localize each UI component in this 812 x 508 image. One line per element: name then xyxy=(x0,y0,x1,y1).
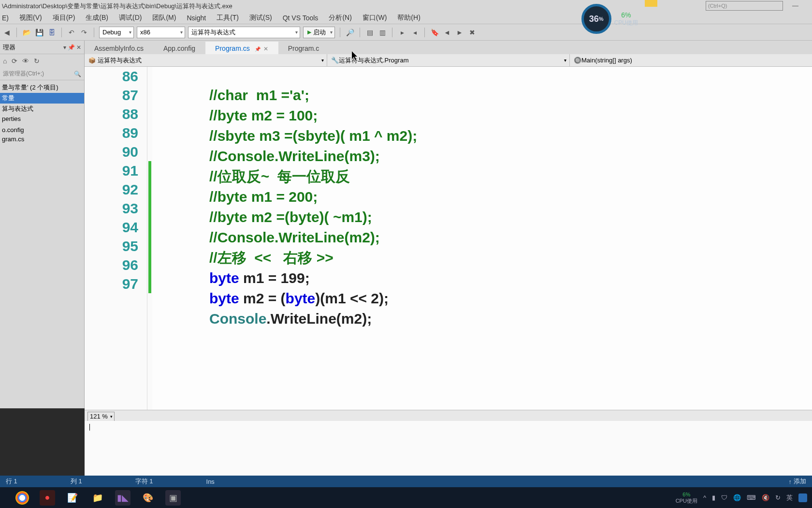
code-line: //char m1 ='a'; xyxy=(209,87,309,103)
code-line: //Console.WriteLine(m3); xyxy=(209,148,380,164)
menu-test[interactable]: 测试(S) xyxy=(249,14,272,22)
save-all-icon[interactable]: 🗄 xyxy=(47,28,57,37)
line-numbers: 868788899091929394959697 xyxy=(85,67,147,410)
tree-project-2[interactable]: 算与表达式 xyxy=(0,104,84,114)
bookmark-clear-icon[interactable]: ✖ xyxy=(467,28,477,37)
menu-analyze[interactable]: 分析(N) xyxy=(329,14,351,22)
bookmark-prev-icon[interactable]: ◄ xyxy=(442,28,452,37)
tray-cpu: 6%CPU使用 xyxy=(676,492,697,503)
tray-app-icon[interactable] xyxy=(798,493,807,502)
menu-help[interactable]: 帮助(H) xyxy=(397,14,420,22)
tray-usb-icon[interactable]: ▮ xyxy=(712,494,715,501)
tray-keyboard-icon[interactable]: ⌨ xyxy=(747,494,756,501)
code-line: //byte m2 = 100; xyxy=(209,107,318,123)
main-toolbar: ◀ 📂 💾 🗄 ↶ ↷ Debug x86 运算符与表达式 启动 🔎 ▤ ▥ ▸… xyxy=(0,24,812,41)
tab-assemblyinfo[interactable]: AssemblyInfo.cs xyxy=(85,43,154,54)
open-icon[interactable]: 📂 xyxy=(22,28,31,37)
menu-project[interactable]: 项目(P) xyxy=(53,14,75,22)
taskbar-recorder-icon[interactable]: ● xyxy=(40,490,55,506)
find-icon[interactable]: 🔎 xyxy=(345,28,355,37)
status-add[interactable]: ↑ 添加 xyxy=(789,477,807,486)
zoom-dropdown[interactable]: 121 % xyxy=(87,412,115,421)
search-icon[interactable]: 🔍 xyxy=(74,71,81,77)
tree-project-1[interactable]: 常量 xyxy=(0,93,84,104)
nav-member-dropdown[interactable]: 🔘Main(string[] args) xyxy=(570,54,812,66)
config-dropdown[interactable]: Debug xyxy=(99,27,134,38)
tab-appconfig[interactable]: App.config xyxy=(154,43,205,54)
bookmark-icon[interactable]: 🔖 xyxy=(430,28,439,37)
class-icon: 🔧 xyxy=(331,57,339,64)
tray-chevron-up-icon[interactable]: ^ xyxy=(703,494,706,501)
refresh-icon[interactable]: ↻ xyxy=(34,57,40,65)
uncomment-icon[interactable]: ▥ xyxy=(377,28,387,37)
startup-project-dropdown[interactable]: 运算符与表达式 xyxy=(188,27,300,38)
tree-appconfig[interactable]: o.config xyxy=(0,125,84,134)
code-area[interactable]: //char m1 ='a'; //byte m2 = 100; //sbyte… xyxy=(152,67,812,410)
redo-icon[interactable]: ↷ xyxy=(79,28,89,37)
menu-window[interactable]: 窗口(W) xyxy=(362,14,387,22)
taskbar-vs-icon[interactable]: ▮◣ xyxy=(115,490,130,506)
bookmark-next-icon[interactable]: ► xyxy=(455,28,464,37)
nav-scope-dropdown[interactable]: 📦运算符与表达式 xyxy=(85,54,327,66)
solution-explorer: 理器 ▾ 📌 ✕ ⌂ ⟳ 👁 ↻ 源管理器(Ctrl+;)🔍 量与常量' (2 … xyxy=(0,41,85,408)
tree-solution-root[interactable]: 量与常量' (2 个项目) xyxy=(0,82,84,93)
notification-button[interactable] xyxy=(645,0,657,7)
menu-view[interactable]: 视图(V) xyxy=(19,14,42,22)
window-title: \Administrator\Desktop\变量与常量\运算符与表达式\bin… xyxy=(2,2,232,11)
close-icon[interactable]: ✕ xyxy=(263,45,268,52)
windows-taskbar: ● 📝 📁 ▮◣ 🎨 ▣ 6%CPU使用 ^ ▮ 🛡 🌐 ⌨ 🔇 ↻ 英 xyxy=(0,487,812,508)
status-char: 字符 1 xyxy=(135,477,153,486)
nav-type-dropdown[interactable]: 🔧运算符与表达式.Program xyxy=(327,54,570,66)
minimize-button[interactable]: — xyxy=(792,2,798,9)
tree-properties[interactable]: perties xyxy=(0,114,84,123)
tray-volume-icon[interactable]: 🔇 xyxy=(762,494,769,501)
code-editor[interactable]: 868788899091929394959697 //char m1 ='a';… xyxy=(85,67,812,410)
sync-icon[interactable]: ⟳ xyxy=(12,57,17,65)
tray-shield-icon[interactable]: 🛡 xyxy=(721,494,727,501)
cpu-ring-unit: % xyxy=(599,16,604,22)
solution-search[interactable]: 源管理器(Ctrl+;)🔍 xyxy=(0,68,84,80)
menu-team[interactable]: 团队(M) xyxy=(152,14,176,22)
comment-icon[interactable]: ▤ xyxy=(365,28,375,37)
menu-build[interactable]: 生成(B) xyxy=(86,14,108,22)
taskbar-notepad-icon[interactable]: 📝 xyxy=(65,490,80,506)
solution-tree: 量与常量' (2 个项目) 常量 算与表达式 perties o.config … xyxy=(0,80,84,146)
menu-debug[interactable]: 调试(D) xyxy=(119,14,142,22)
nav-back-icon[interactable]: ◀ xyxy=(2,28,12,37)
tray-sync-icon[interactable]: ↻ xyxy=(775,494,781,501)
taskbar-paint-icon[interactable]: 🎨 xyxy=(140,490,156,506)
quick-launch-search[interactable]: (Ctrl+Q) xyxy=(706,1,783,11)
panel-dropdown-icon[interactable]: ▾ xyxy=(63,44,66,51)
code-line: //Console.WriteLine(m2); xyxy=(209,229,380,245)
code-line: Console.WriteLine(m2); xyxy=(209,311,372,327)
menu-tools[interactable]: 工具(T) xyxy=(217,14,239,22)
code-line: byte m1 = 199; xyxy=(209,270,310,286)
save-icon[interactable]: 💾 xyxy=(34,28,44,37)
cpu-ring: 36% xyxy=(581,4,611,34)
panel-close-icon[interactable]: ✕ xyxy=(76,44,81,51)
menu-bar: E) 视图(V) 项目(P) 生成(B) 调试(D) 团队(M) Nsight … xyxy=(0,12,812,24)
undo-icon[interactable]: ↶ xyxy=(67,28,76,37)
taskbar-console-icon[interactable]: ▣ xyxy=(165,490,181,506)
tab-program-2[interactable]: Program.c xyxy=(278,43,330,54)
taskbar-chrome-icon[interactable] xyxy=(14,490,30,506)
tray-ime-icon[interactable]: 英 xyxy=(786,493,793,502)
taskbar-explorer-icon[interactable]: 📁 xyxy=(90,490,105,506)
cpu-side: 6% CPU使用 xyxy=(614,11,638,27)
indent-icon[interactable]: ▸ xyxy=(397,28,407,37)
menu-nsight[interactable]: Nsight xyxy=(187,14,206,22)
start-debug-button[interactable]: 启动 xyxy=(303,27,335,38)
platform-dropdown[interactable]: x86 xyxy=(137,27,185,38)
show-icon[interactable]: 👁 xyxy=(22,57,29,65)
solution-title: 理器 ▾ 📌 ✕ xyxy=(0,41,84,54)
tab-program-active[interactable]: Program.cs📌✕ xyxy=(205,42,278,54)
pin-icon[interactable]: 📌 xyxy=(255,46,261,52)
menu-qt[interactable]: Qt VS Tools xyxy=(283,14,319,22)
tray-network-icon[interactable]: 🌐 xyxy=(733,494,741,501)
tree-programcs[interactable]: gram.cs xyxy=(0,134,84,144)
panel-pin-icon[interactable]: 📌 xyxy=(68,44,75,51)
status-line: 行 1 xyxy=(6,477,17,486)
menu-file[interactable]: E) xyxy=(2,14,9,22)
outdent-icon[interactable]: ◂ xyxy=(410,28,420,37)
home-icon[interactable]: ⌂ xyxy=(3,57,7,65)
